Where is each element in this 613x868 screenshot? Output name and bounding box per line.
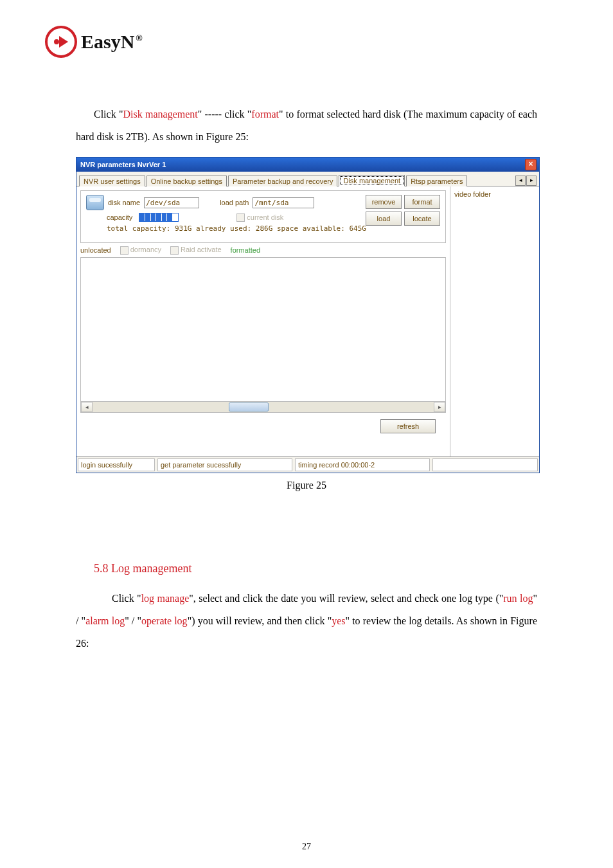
disk-list-pane: ◂ ▸ xyxy=(80,257,446,413)
tab-disk-management[interactable]: Disk management xyxy=(339,175,405,186)
refresh-button[interactable]: refresh xyxy=(380,419,436,433)
logo-text: EasyN® xyxy=(81,31,143,53)
section-heading: 5.8 Log management xyxy=(76,562,537,575)
raid-checkbox[interactable] xyxy=(170,246,179,255)
disk-name-field[interactable]: /dev/sda xyxy=(144,197,199,208)
scroll-thumb[interactable] xyxy=(229,402,269,411)
logo-mark xyxy=(45,26,77,58)
window-titlebar: NVR parameters NvrVer 1 × xyxy=(76,158,539,172)
dormancy-checkbox[interactable] xyxy=(120,246,129,255)
status-cell-param: get parameter sucessfully xyxy=(157,458,292,471)
remove-button[interactable]: remove xyxy=(366,195,402,209)
instruction-paragraph-1: Click "Disk management" ----- click "for… xyxy=(76,103,537,148)
locate-button[interactable]: locate xyxy=(404,212,440,226)
tab-rtsp[interactable]: Rtsp parameters xyxy=(406,176,467,186)
instruction-paragraph-2: Click "log manage", select and click the… xyxy=(76,587,537,655)
hdd-icon xyxy=(86,195,104,210)
status-cell-login: login sucessfully xyxy=(78,458,155,471)
scroll-left-icon[interactable]: ◂ xyxy=(81,402,93,412)
status-raid: Raid activate xyxy=(181,246,222,253)
status-cell-timing: timing record 00:00:00-2 xyxy=(295,458,430,471)
disk-card: disk name /dev/sda load path /mnt/sda ca… xyxy=(80,190,446,243)
load-path-label: load path xyxy=(220,199,249,206)
tab-scroll-left[interactable]: ◂ xyxy=(515,176,526,186)
scroll-right-icon[interactable]: ▸ xyxy=(434,402,445,412)
video-folder-label: video folder xyxy=(454,190,535,198)
load-path-field[interactable]: /mnt/sda xyxy=(253,197,314,208)
format-button[interactable]: format xyxy=(404,195,440,209)
figure-caption: Figure 25 xyxy=(45,480,568,491)
status-cell-fill xyxy=(432,458,538,471)
capacity-label: capacity xyxy=(107,213,132,221)
close-icon[interactable]: × xyxy=(525,159,537,170)
tab-scroll: ◂ ▸ xyxy=(515,176,537,186)
nvr-window: NVR parameters NvrVer 1 × NVR user setti… xyxy=(76,157,540,473)
page-number: 27 xyxy=(0,842,613,852)
tab-online-backup[interactable]: Online backup settings xyxy=(147,176,227,186)
capacity-bar xyxy=(139,213,179,222)
tab-user-settings[interactable]: NVR user settings xyxy=(79,176,145,186)
brand-logo: EasyN® xyxy=(45,26,568,58)
tab-param-backup[interactable]: Parameter backup and recovery xyxy=(228,176,338,186)
status-formatted: formatted xyxy=(231,246,260,254)
status-legend: unlocated dormancy Raid activate formatt… xyxy=(80,246,446,255)
disk-name-label: disk name xyxy=(108,199,140,206)
status-unlocated: unlocated xyxy=(80,246,111,254)
figure-25: NVR parameters NvrVer 1 × NVR user setti… xyxy=(76,157,537,473)
status-bar: login sucessfully get parameter sucessfu… xyxy=(76,457,539,473)
horizontal-scrollbar[interactable]: ◂ ▸ xyxy=(81,401,445,412)
tab-scroll-right[interactable]: ▸ xyxy=(526,176,537,186)
load-button[interactable]: load xyxy=(366,212,402,226)
current-disk-checkbox[interactable] xyxy=(236,213,245,222)
side-panel: video folder xyxy=(450,186,539,457)
window-title: NVR parameters NvrVer 1 xyxy=(80,161,166,168)
current-disk-label: current disk xyxy=(247,213,283,221)
status-dormancy: dormancy xyxy=(130,246,161,253)
tab-strip: NVR user settings Online backup settings… xyxy=(76,172,539,186)
